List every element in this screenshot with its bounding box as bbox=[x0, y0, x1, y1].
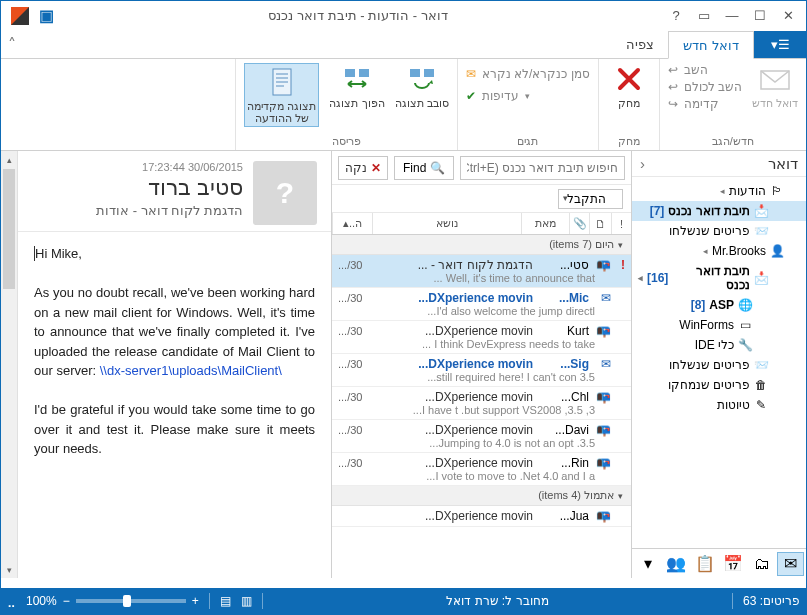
col-attachment[interactable]: 📎 bbox=[569, 213, 589, 234]
arrange-by-button[interactable]: התקבל bbox=[558, 189, 623, 209]
resize-grip-icon[interactable]: ⣀ bbox=[7, 594, 16, 608]
reading-pane: ▴ ▾ 30/06/2015 17:23:44 סטיב ברוד הדגמת … bbox=[1, 151, 331, 578]
scroll-down-button[interactable]: ▾ bbox=[1, 561, 17, 578]
msg-subject: DXperience movin... bbox=[368, 291, 533, 305]
mark-unread-button[interactable]: סמן כנקרא/לא נקרא✉ bbox=[466, 67, 590, 81]
msg-subject: DXperience movin... bbox=[368, 357, 533, 371]
node-brooks[interactable]: 👤Mr.Brooks◂ bbox=[632, 241, 806, 261]
message-item[interactable]: 📭 Chl... DXperience movin... 30/... I ha… bbox=[332, 387, 631, 420]
x-icon: ✕ bbox=[371, 161, 381, 175]
trash-icon: 🗑 bbox=[754, 378, 768, 392]
message-item[interactable]: 📭 Jua... DXperience movin... bbox=[332, 506, 631, 527]
file-tab[interactable]: ☰▾ bbox=[754, 31, 806, 58]
server-link[interactable]: \\dx-server1\uploads\MailClient\ bbox=[100, 363, 282, 378]
flip-icon bbox=[341, 63, 373, 95]
reply-button[interactable]: השב↩ bbox=[668, 63, 708, 77]
message-item[interactable]: 📭 Davi... DXperience movin... 30/... Jum… bbox=[332, 420, 631, 453]
msg-date: 30/... bbox=[338, 358, 362, 370]
node-announcements[interactable]: 🏳הודעות◂ bbox=[632, 181, 806, 201]
preview-button[interactable]: תצוגה מקדימה של ההודעה bbox=[244, 63, 319, 127]
envelope-icon: 📭 bbox=[595, 324, 611, 338]
tab-view[interactable]: צפיה bbox=[612, 31, 668, 58]
message-list[interactable]: ▾היום (7 items) ! 📭 סטי... הדגמת לקוח דו… bbox=[332, 235, 631, 578]
maximize-button[interactable]: ☐ bbox=[746, 5, 774, 27]
nav-module-tasks[interactable]: 📋 bbox=[691, 552, 719, 576]
col-icon[interactable]: 🗋 bbox=[589, 213, 611, 234]
ribbon-collapse-button[interactable]: ▭ bbox=[690, 5, 718, 27]
node-sent[interactable]: 📨פריטים שנשלחו bbox=[632, 221, 806, 241]
forward-button[interactable]: קדימה↪ bbox=[668, 97, 719, 111]
ribbon-group-tags: סמן כנקרא/לא נקרא✉ ▾עדיפות✔ תגים bbox=[457, 59, 598, 150]
node-drafts[interactable]: ✎טיוטות bbox=[632, 395, 806, 415]
flip-view-button[interactable]: הפוך תצוגה bbox=[329, 63, 384, 109]
search-row: 🔍Find ✕נקה bbox=[332, 151, 631, 185]
scrollbar[interactable]: ▴ ▾ bbox=[1, 151, 18, 578]
group-yesterday[interactable]: ▾אתמול (4 items) bbox=[332, 486, 631, 506]
help-button[interactable]: ? bbox=[662, 5, 690, 27]
folder-tree[interactable]: 🏳הודעות◂ 📩תיבת דואר נכנס[7] 📨פריטים שנשל… bbox=[632, 177, 806, 548]
priority-button[interactable]: ▾עדיפות✔ bbox=[466, 89, 530, 103]
nav-module-card[interactable]: 🗂 bbox=[748, 552, 776, 576]
msg-subject: DXperience movin... bbox=[368, 456, 533, 470]
col-date[interactable]: ה.. ▴ bbox=[332, 213, 372, 234]
minimize-button[interactable]: — bbox=[718, 5, 746, 27]
message-item[interactable]: 📭 Kurt DXperience movin... 30/... I thin… bbox=[332, 321, 631, 354]
node-sent2[interactable]: 📨פריטים שנשלחו bbox=[632, 355, 806, 375]
reply-all-button[interactable]: השב לכולם↩ bbox=[668, 80, 742, 94]
svg-rect-4 bbox=[359, 69, 369, 77]
msg-preview: Well, it's time to announce that ... bbox=[338, 272, 625, 284]
tab-mail-new[interactable]: דואל חדש bbox=[668, 31, 754, 59]
node-inbox2[interactable]: 📩תיבת דואר נכנס[16]◂ bbox=[632, 261, 806, 295]
nav-module-mail[interactable]: ✉ bbox=[777, 552, 805, 576]
globe-icon: 🌐 bbox=[738, 298, 752, 312]
nav-overflow-button[interactable]: ▾ bbox=[634, 552, 662, 576]
group-today[interactable]: ▾היום (7 items) bbox=[332, 235, 631, 255]
message-item[interactable]: ! 📭 סטי... הדגמת לקוח דואר - ... 30/... … bbox=[332, 255, 631, 288]
message-item[interactable]: ✉ Mic... DXperience movin... 30/... I'd … bbox=[332, 288, 631, 321]
zoom-in-button[interactable]: + bbox=[192, 594, 199, 608]
view-reading-button[interactable]: ▤ bbox=[220, 594, 231, 608]
delete-button[interactable]: מחק bbox=[607, 63, 651, 109]
view-normal-button[interactable]: ▥ bbox=[241, 594, 252, 608]
column-headers[interactable]: ! 🗋 📎 מאת נושא ה.. ▴ bbox=[332, 213, 631, 235]
clear-button[interactable]: ✕נקה bbox=[338, 156, 388, 180]
zoom-out-button[interactable]: − bbox=[63, 594, 70, 608]
msg-from: Chl... bbox=[539, 390, 589, 404]
node-asp[interactable]: 🌐ASP[8] bbox=[632, 295, 806, 315]
node-deleted[interactable]: 🗑פריטים שנמחקו bbox=[632, 375, 806, 395]
envelope-icon: ✉ bbox=[595, 291, 611, 305]
message-item[interactable]: 📭 Rin... DXperience movin... 30/... I vo… bbox=[332, 453, 631, 486]
rotate-view-button[interactable]: סובב תצוגה bbox=[395, 63, 449, 109]
close-button[interactable]: ✕ bbox=[774, 5, 802, 27]
envelope-icon: 📭 bbox=[595, 423, 611, 437]
find-button[interactable]: 🔍Find bbox=[394, 156, 454, 180]
nav-module-contacts[interactable]: 👥 bbox=[663, 552, 691, 576]
reading-from: סטיב ברוד bbox=[32, 175, 243, 201]
magnifier-icon: 🔍 bbox=[430, 161, 445, 175]
chevron-right-icon[interactable]: ‹ bbox=[640, 155, 645, 172]
node-winforms[interactable]: ▭WinForms bbox=[632, 315, 806, 335]
envelope-icon: 📭 bbox=[595, 390, 611, 404]
scroll-up-button[interactable]: ▴ bbox=[1, 151, 17, 168]
message-item[interactable]: ✉ Sig... DXperience movin... 30/... stil… bbox=[332, 354, 631, 387]
nav-module-calendar[interactable]: 📅 bbox=[720, 552, 748, 576]
col-from[interactable]: מאת bbox=[521, 213, 569, 234]
new-mail-button[interactable]: דואל חדש bbox=[752, 63, 798, 109]
zoom-slider[interactable] bbox=[76, 599, 186, 603]
status-bar: פריטים: 63 מחובר ל: שרת דואל ▥ ▤ 100% − … bbox=[1, 588, 806, 614]
scroll-thumb[interactable] bbox=[3, 169, 15, 289]
arrange-row: התקבל bbox=[332, 185, 631, 213]
search-input[interactable] bbox=[460, 156, 625, 180]
msg-subject: DXperience movin... bbox=[368, 324, 533, 338]
col-subject[interactable]: נושא bbox=[372, 213, 521, 234]
msg-from: Mic... bbox=[539, 291, 589, 305]
ribbon-options-button[interactable]: ˄ bbox=[1, 31, 23, 58]
col-importance[interactable]: ! bbox=[611, 213, 631, 234]
reading-body[interactable]: HHi Mike,i Mike, As you no doubt recall,… bbox=[18, 232, 331, 578]
msg-from: Kurt bbox=[539, 324, 589, 338]
msg-date: 30/... bbox=[338, 325, 362, 337]
zoom-control[interactable]: 100% − + bbox=[26, 594, 199, 608]
node-ide[interactable]: 🔧כלי IDE bbox=[632, 335, 806, 355]
node-inbox[interactable]: 📩תיבת דואר נכנס[7] bbox=[632, 201, 806, 221]
nav-switcher: ▾ 👥 📋 📅 🗂 ✉ bbox=[632, 548, 806, 578]
